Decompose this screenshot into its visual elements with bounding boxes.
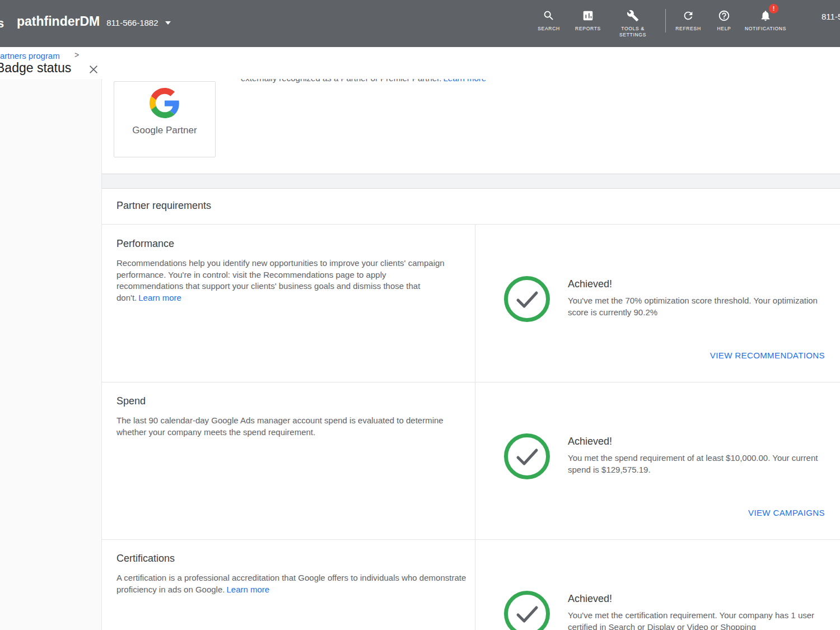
status-detail: You've met the certification requirement… [568, 610, 820, 630]
section-description: The last 90 calendar-day Google Ads mana… [116, 415, 452, 438]
status-achieved: Achieved! [568, 436, 612, 447]
account-id: 811-566-1882 [106, 18, 158, 27]
divider [475, 539, 475, 630]
achieved-check-icon [503, 433, 550, 480]
card-gap [102, 174, 840, 188]
spend-section: Spend The last 90 calendar-day Google Ad… [102, 382, 840, 540]
topbar-help-button[interactable]: HELP [708, 0, 740, 47]
topbar-help-label: HELP [708, 26, 740, 32]
status-detail: You've met the 70% optimization score th… [568, 295, 820, 318]
top-app-bar: s pathfinderDM 811-566-1882 SEARCH REPOR… [0, 0, 840, 47]
section-title: Spend [116, 395, 146, 407]
reports-icon [582, 10, 594, 22]
topbar-notifications-label: NOTIFICATIONS [743, 26, 788, 32]
status-achieved: Achieved! [568, 278, 612, 290]
status-achieved: Achieved! [568, 593, 612, 605]
clipped-nav-fragment: s [0, 16, 4, 31]
partner-requirements-card: Partner requirements Performance Recomme… [102, 188, 840, 630]
card-title: Partner requirements [116, 200, 211, 212]
topbar-divider [665, 9, 666, 32]
section-title: Performance [116, 238, 174, 250]
view-campaigns-link[interactable]: VIEW CAMPAIGNS [748, 508, 825, 517]
achieved-check-icon [503, 276, 550, 323]
left-rail [0, 79, 102, 630]
topbar-reports-label: REPORTS [568, 26, 608, 32]
topbar-search-button[interactable]: SEARCH [529, 0, 568, 47]
topbar-tools-settings-label: TOOLS & SETTINGS [615, 26, 650, 38]
badge-status-card: externally recognized as a Partner or Pr… [102, 79, 840, 174]
achieved-check-icon [503, 590, 550, 630]
topbar-refresh-button[interactable]: REFRESH [668, 0, 708, 47]
topbar-reports-button[interactable]: REPORTS [568, 0, 608, 47]
page-title: Badge status [0, 60, 71, 76]
divider [475, 225, 475, 382]
google-partner-badge: Google Partner [114, 81, 216, 157]
breadcrumb[interactable]: Partners program [0, 51, 60, 60]
section-description-text: A certification is a professional accred… [116, 573, 466, 594]
page-header: Partners program > Badge status [0, 47, 840, 79]
topbar-notifications-button[interactable]: ! NOTIFICATIONS [743, 0, 788, 47]
help-icon [718, 10, 730, 22]
certifications-section: Certifications A certification is a prof… [102, 539, 840, 630]
chevron-down-icon [165, 21, 171, 25]
divider [475, 382, 475, 539]
notification-alert-badge: ! [769, 4, 778, 13]
section-description-text: The last 90 calendar-day Google Ads mana… [116, 416, 444, 437]
clipped-account-fragment: 811-5 [822, 12, 840, 21]
close-button[interactable] [87, 63, 100, 76]
refresh-icon [682, 10, 694, 22]
topbar-refresh-label: REFRESH [668, 26, 708, 32]
performance-section: Performance Recommendations help you ide… [102, 225, 840, 382]
close-icon [87, 63, 100, 76]
topbar-search-label: SEARCH [529, 26, 568, 32]
breadcrumb-separator: > [74, 50, 79, 59]
account-selector[interactable]: pathfinderDM 811-566-1882 [17, 14, 171, 29]
account-name: pathfinderDM [17, 14, 100, 29]
section-description: Recommendations help you identify new op… [116, 258, 452, 304]
wrench-icon [627, 10, 639, 22]
learn-more-link[interactable]: Learn more [138, 293, 181, 302]
section-description: A certification is a professional accred… [116, 572, 475, 595]
search-icon [543, 10, 555, 22]
section-title: Certifications [116, 553, 175, 564]
view-recommendations-link[interactable]: VIEW RECOMMENDATIONS [710, 351, 825, 360]
badge-label: Google Partner [114, 125, 215, 136]
topbar-tools-settings-button[interactable]: TOOLS & SETTINGS [608, 0, 658, 47]
learn-more-link[interactable]: Learn more [226, 585, 269, 594]
status-detail: You met the spend requirement of at leas… [568, 452, 820, 475]
google-g-logo-icon [150, 88, 180, 118]
